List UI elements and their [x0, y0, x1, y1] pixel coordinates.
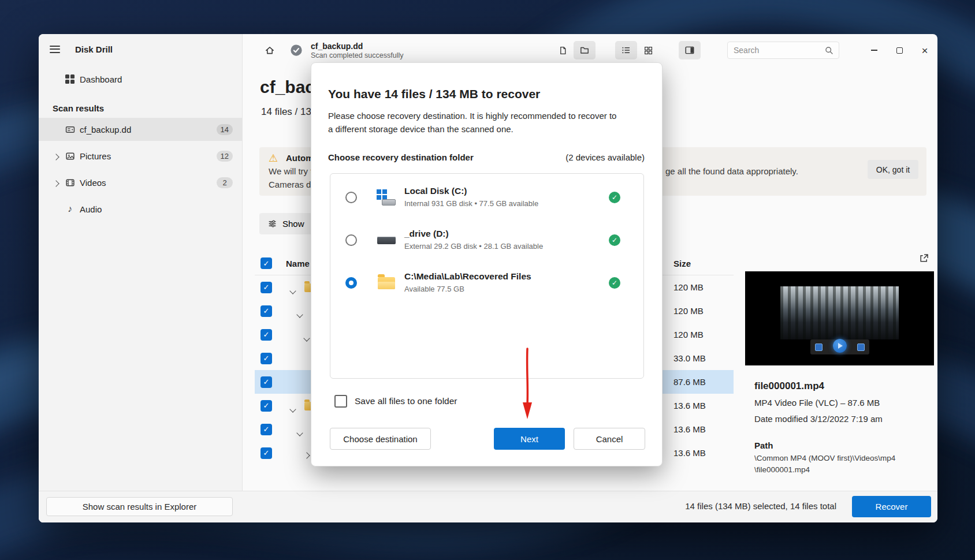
- row-checkbox[interactable]: ✓: [261, 353, 272, 364]
- sidebar-item-label: cf_backup.dd: [80, 125, 131, 135]
- folder-icon: [375, 272, 397, 294]
- selection-summary: 14 files (134 MB) selected, 14 files tot…: [685, 501, 836, 511]
- sidebar-item-label: Audio: [80, 204, 102, 214]
- status-ok-icon: ✓: [609, 277, 620, 289]
- radio-button[interactable]: [345, 234, 357, 246]
- sidebar-item-audio[interactable]: ♪ Audio: [39, 197, 242, 221]
- preview-path-label: Path: [754, 440, 773, 450]
- recover-button[interactable]: Recover: [852, 496, 931, 517]
- chevron-down-icon[interactable]: [297, 309, 302, 319]
- sidebar-item-pictures[interactable]: Pictures 12: [39, 144, 242, 167]
- destination-option-external-drive[interactable]: _drive (D:) External 29.2 GB disk • 28.1…: [330, 219, 643, 262]
- chevron-down-icon[interactable]: [291, 404, 295, 414]
- preview-panel-toggle-wrap: [679, 41, 701, 59]
- desktop: Disk Drill Dashboard Scan results cf_bac…: [0, 0, 975, 560]
- ok-got-it-button[interactable]: OK, got it: [868, 160, 918, 179]
- sidebar-item-cf-backup[interactable]: cf_backup.dd 14: [39, 118, 242, 141]
- radio-button[interactable]: [345, 192, 357, 203]
- sidebar-header: Disk Drill: [39, 34, 242, 64]
- chevron-right-icon[interactable]: [54, 178, 58, 188]
- destination-option-local-disk[interactable]: Local Disk (C:) Internal 931 GB disk • 7…: [330, 176, 643, 219]
- size-cell: 13.6 MB: [673, 401, 706, 410]
- size-cell: 120 MB: [673, 282, 704, 292]
- cancel-button[interactable]: Cancel: [574, 428, 645, 450]
- pictures-icon: [64, 151, 76, 161]
- option-title: _drive (D:): [404, 229, 449, 239]
- toolbar-title: cf_backup.dd: [311, 42, 404, 51]
- sidebar-item-dashboard[interactable]: Dashboard: [39, 68, 242, 91]
- home-button[interactable]: [259, 41, 281, 59]
- videos-icon: [64, 178, 76, 188]
- app-title: Disk Drill: [75, 44, 113, 54]
- row-checkbox[interactable]: ✓: [261, 329, 272, 341]
- row-checkbox[interactable]: ✓: [261, 282, 272, 293]
- select-all-checkbox[interactable]: ✓: [261, 257, 272, 269]
- sidebar-item-videos[interactable]: Videos 2: [39, 171, 242, 194]
- folder-view-button[interactable]: [574, 41, 596, 59]
- disk-image-icon: [64, 125, 76, 135]
- scan-results-section-label: Scan results: [39, 99, 242, 114]
- chevron-down-icon[interactable]: [304, 333, 309, 343]
- save-one-folder-label: Save all files to one folder: [355, 396, 457, 406]
- search-input[interactable]: [728, 46, 820, 55]
- chevron-down-icon[interactable]: [297, 427, 302, 438]
- search-icon: [824, 46, 834, 55]
- size-column-header[interactable]: Size: [673, 259, 691, 268]
- filter-icon: [267, 219, 277, 229]
- row-checkbox[interactable]: ✓: [261, 305, 272, 317]
- banner-text-fragment: ge all the found data appropriately.: [665, 166, 798, 176]
- count-badge: 14: [217, 124, 233, 135]
- dialog-title: You have 14 files / 134 MB to recover: [328, 87, 540, 101]
- destination-option-recovered-files-folder[interactable]: C:\Media\Lab\Recovered Files Available 7…: [330, 262, 643, 304]
- sidebar-item-label: Dashboard: [80, 74, 122, 84]
- window-controls: ×: [861, 40, 937, 60]
- show-in-explorer-button[interactable]: Show scan results in Explorer: [46, 497, 233, 516]
- choose-destination-button[interactable]: Choose destination: [330, 428, 431, 450]
- maximize-icon: [896, 47, 903, 54]
- save-one-folder-checkbox[interactable]: [334, 395, 347, 408]
- list-view-button[interactable]: [615, 41, 637, 59]
- local-disk-icon: [375, 186, 397, 208]
- open-external-icon[interactable]: [918, 253, 929, 264]
- file-icon-button[interactable]: [552, 41, 574, 59]
- video-preview[interactable]: [745, 271, 934, 365]
- size-cell: 87.6 MB: [673, 377, 706, 387]
- row-checkbox[interactable]: ✓: [261, 447, 272, 459]
- size-cell: 33.0 MB: [673, 353, 706, 363]
- annotation-arrow: [519, 345, 536, 424]
- row-checkbox[interactable]: ✓: [261, 424, 272, 435]
- preview-panel-toggle-button[interactable]: [679, 41, 701, 59]
- radio-button-selected[interactable]: [345, 277, 357, 289]
- grid-view-button[interactable]: [637, 41, 659, 59]
- name-column-header[interactable]: Name: [286, 259, 310, 268]
- option-subtitle: External 29.2 GB disk • 28.1 GB availabl…: [404, 242, 543, 251]
- close-button[interactable]: ×: [912, 40, 937, 60]
- status-ok-icon: ✓: [609, 192, 620, 203]
- size-cell: 13.6 MB: [673, 448, 706, 458]
- bottom-bar: Show scan results in Explorer 14 files (…: [39, 491, 937, 522]
- minimize-button[interactable]: [861, 40, 887, 60]
- devices-available-note: (2 devices available): [565, 152, 645, 162]
- dialog-description: Please choose recovery destination. It i…: [328, 109, 620, 136]
- row-checkbox[interactable]: ✓: [261, 376, 272, 388]
- toolbar-subtitle: Scan completed successfully: [311, 51, 404, 59]
- option-title: C:\Media\Lab\Recovered Files: [404, 271, 531, 282]
- video-control-icon[interactable]: [815, 344, 823, 351]
- row-checkbox[interactable]: ✓: [261, 400, 272, 412]
- show-filters-label: Show: [282, 219, 304, 229]
- chevron-right-icon[interactable]: [304, 450, 309, 460]
- chevron-right-icon[interactable]: [54, 151, 58, 161]
- preview-path-line: \Common MP4 (MOOV first)\Videos\mp4: [754, 454, 895, 462]
- video-control-icon[interactable]: [857, 344, 865, 351]
- dashboard-grid-icon: [64, 74, 76, 84]
- video-thumbnail: [780, 286, 899, 339]
- hamburger-menu-icon[interactable]: [50, 46, 60, 53]
- preview-file-info: MP4 Video File (VLC) – 87.6 MB: [754, 398, 880, 408]
- chevron-down-icon[interactable]: [291, 285, 295, 296]
- next-button[interactable]: Next: [494, 428, 565, 450]
- toolbar: cf_backup.dd Scan completed successfully: [243, 34, 937, 66]
- play-button[interactable]: [833, 339, 847, 353]
- minimize-icon: [871, 50, 877, 51]
- maximize-button[interactable]: [887, 40, 912, 60]
- count-badge: 2: [217, 177, 233, 188]
